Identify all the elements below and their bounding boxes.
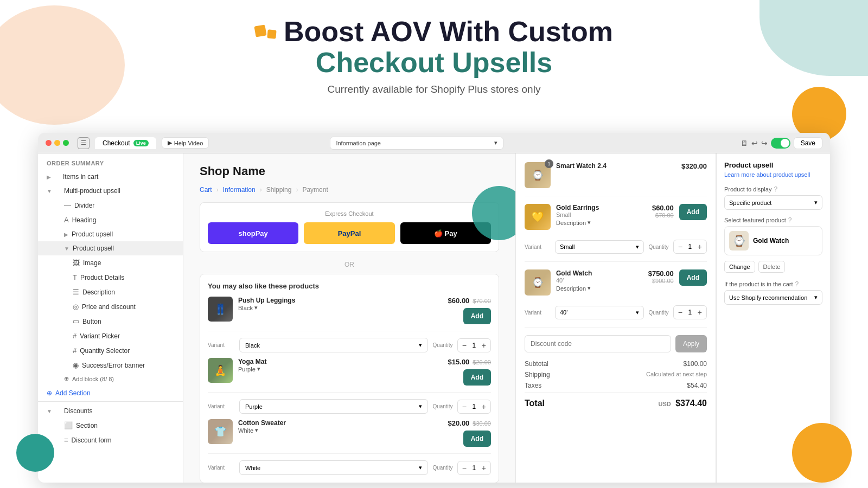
add-sweater-button[interactable]: Add [463,431,491,447]
apple-pay-label: 🍎 Pay [434,229,457,237]
chevron-down-icon3: ▼ [47,408,52,414]
discount-input[interactable] [525,335,671,352]
dot-yellow[interactable] [54,140,60,146]
save-button[interactable]: Save [794,137,822,149]
monitor-icon[interactable]: 🖥 [741,139,748,147]
yoga-orig-price: $20.00 [473,359,491,365]
sidebar-item-section[interactable]: ⬜ Section [38,418,183,433]
apply-button[interactable]: Apply [675,335,707,352]
paypal-button[interactable]: PayPal [304,222,394,244]
gold-watch-qty-plus[interactable]: + [698,308,702,317]
discounts-label: Discounts [64,407,174,415]
add-yoga-button[interactable]: Add [463,369,491,386]
add-leggings-button[interactable]: Add [463,308,491,324]
leggings-variant-val: Black [245,342,260,349]
earrings-variant-row: Variant Small ▾ Quantity − 1 + [525,240,707,254]
sidebar-item-multi-product[interactable]: ▼ Multi-product upsell [38,184,183,198]
apple-pay-button[interactable]: 🍎 Pay [400,222,491,244]
leggings-qty-minus[interactable]: − [462,341,467,350]
leggings-desc-toggle[interactable]: Black ▾ [238,304,443,311]
address-bar[interactable]: Information page ▾ [330,137,503,150]
sweater-name: Cotton Sweater [238,419,443,427]
product-display-help[interactable]: ? [774,185,777,193]
learn-more-link[interactable]: Learn more about product upsell [724,171,822,178]
sidebar-item-discount-form[interactable]: ≡ Discount form [38,433,183,447]
leggings-variant-select[interactable]: Black ▾ [239,338,428,352]
product-to-display-select[interactable]: Specific product ▾ [724,195,822,210]
yoga-qty-minus[interactable]: − [462,402,467,411]
sidebar-item-button[interactable]: ▭ Button [38,314,183,329]
delete-button[interactable]: Delete [758,261,786,273]
yoga-variant-select[interactable]: Purple ▾ [239,399,428,414]
upsell-section: You may also like these products 👖 Push … [200,274,499,483]
add-section-button[interactable]: ⊕ Add Section [38,385,183,401]
dot-green[interactable] [63,140,69,146]
sidebar-item-success-error[interactable]: ◉ Success/Error banner [38,358,183,373]
sweater-variant-select[interactable]: White ▾ [239,460,428,475]
sidebar-item-product-upsell-parent[interactable]: ▶ Product upsell [38,227,183,241]
breadcrumb-information[interactable]: Information [223,186,256,194]
gold-watch-variant-val: 40' [560,309,567,316]
sweater-qty-plus[interactable]: + [482,464,486,472]
sidebar-item-product-details[interactable]: T Product Details [38,270,183,285]
browser-window: ☰ Checkout Live ▶ Help Video Information… [38,133,830,483]
earrings-info: Gold Earrings Small Description ▾ [556,204,647,226]
hero-title-line1: Boost AOV With Custom [284,16,613,47]
earrings-desc-toggle[interactable]: Description ▾ [556,219,647,226]
undo-icon[interactable]: ↩ [751,139,758,147]
sweater-desc-toggle[interactable]: White ▾ [238,427,443,434]
checkout-preview: Shop Name Cart › Information › Shipping … [183,153,515,483]
add-earrings-button[interactable]: Add [679,204,707,220]
eye-icon-heading[interactable]: 👁 [168,216,174,224]
sidebar-item-price-discount[interactable]: ◎ Price and discount [38,299,183,314]
gold-watch-desc-toggle[interactable]: Description ▾ [556,285,643,292]
change-button[interactable]: Change [724,261,755,273]
variant-label-yoga: Variant [208,403,235,409]
sweater-qty-minus[interactable]: − [462,464,467,472]
form-icon: ≡ [64,436,68,444]
sidebar-item-items-in-cart[interactable]: ▶ Items in cart [38,170,183,184]
gold-watch-variant-select[interactable]: 40' ▾ [555,306,644,319]
eye-icon[interactable]: 👁 [168,202,174,209]
sidebar-item-heading[interactable]: A Heading 👁 [38,213,183,227]
dot-red[interactable] [46,140,52,146]
live-toggle[interactable] [771,138,790,149]
gold-watch-orig-price: $900.00 [652,278,674,284]
sidebar-toggle-icon[interactable]: ☰ [78,137,90,149]
add-block-button[interactable]: ⊕ Add block (8/ 8) [38,373,183,385]
leggings-info: Push Up Leggings Black ▾ [238,297,443,311]
select-featured-help[interactable]: ? [788,216,792,224]
watch-image: ⌚ 1 [525,162,551,188]
chevron-down-icon: ▾ [494,139,497,146]
product-display-text: Product to display [724,186,771,192]
earrings-qty-plus[interactable]: + [698,242,702,251]
sidebar-item-divider[interactable]: — Divider 👁 [38,198,183,213]
yoga-desc-toggle[interactable]: Purple ▾ [238,365,443,373]
leggings-price: $60.00 [448,297,470,305]
breadcrumb-cart[interactable]: Cart [200,186,212,194]
sidebar-item-product-upsell-active[interactable]: ▼ Product upsell 👁 ⠿ [38,241,183,255]
gold-watch-qty-minus[interactable]: − [678,308,682,317]
sweater-right: $20.00 $30.00 Add [448,419,491,447]
eye-icon-upsell[interactable]: 👁 [161,245,167,252]
shopify-pay-button[interactable]: shopPay [208,222,298,244]
leggings-image: 👖 [208,297,233,322]
help-video-button[interactable]: ▶ Help Video [162,137,209,149]
if-in-cart-help[interactable]: ? [795,280,799,288]
sidebar-item-quantity-selector[interactable]: # Quantity Selector [38,343,183,358]
if-in-cart-select[interactable]: Use Shopify recommendation ▾ [724,290,822,305]
add-gold-watch-button[interactable]: Add [679,269,707,286]
sidebar-item-variant-picker[interactable]: # Variant Picker [38,329,183,343]
redo-icon[interactable]: ↪ [761,139,768,147]
leggings-qty-plus[interactable]: + [482,341,486,350]
qty-label-yoga: Quantity [432,403,452,409]
earrings-variant-select[interactable]: Small ▾ [555,240,644,254]
earrings-qty-minus[interactable]: − [678,242,682,251]
sidebar-item-discounts[interactable]: ▼ Discounts [38,404,183,418]
checkout-tab[interactable]: Checkout Live [95,137,156,149]
yoga-qty-plus[interactable]: + [482,402,486,411]
sidebar-item-image[interactable]: 🖼 Image [38,255,183,270]
help-btn-label: Help Video [174,140,203,146]
drag-icon[interactable]: ⠿ [169,245,174,252]
sidebar-item-description[interactable]: ☰ Description [38,285,183,299]
